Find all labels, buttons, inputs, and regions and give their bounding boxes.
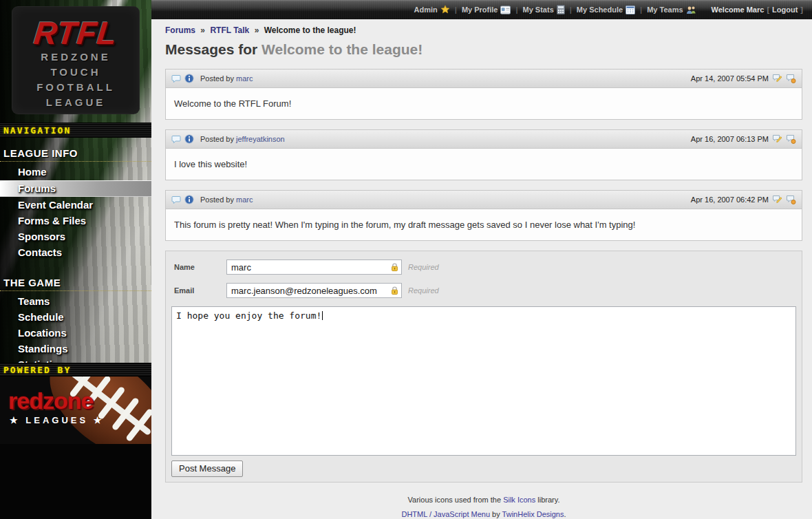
required-hint: Required — [408, 263, 439, 271]
author-link[interactable]: jeffreyatkinson — [236, 135, 285, 143]
sidebar-item-schedule[interactable]: Schedule — [0, 310, 151, 325]
topbar: Admin | My Profile | My Stats | My Sched… — [151, 0, 812, 19]
info-icon — [184, 134, 194, 144]
topbar-separator: | — [640, 6, 642, 14]
calculator-icon — [557, 5, 565, 14]
dhtml-menu-link[interactable]: DHTML / JavaScript Menu — [401, 510, 490, 518]
calendar-icon — [626, 5, 635, 14]
email-label: Email — [171, 286, 226, 295]
posted-by-label: Posted by — [200, 74, 234, 83]
footer-text: library. — [535, 496, 559, 504]
comment-icon — [171, 195, 181, 204]
forum-post: Posted by marc Apr 14, 2007 05:54 PM Wel… — [165, 69, 802, 120]
delete-comment-icon[interactable] — [786, 74, 796, 83]
comment-icon — [171, 135, 181, 144]
sidebar-nav: LEAGUE INFO Home Forums Event Calendar F… — [0, 138, 151, 372]
posted-by: Posted by marc — [200, 195, 253, 204]
topbar-separator: | — [455, 6, 457, 14]
page-title: Messages for Welcome to the league! — [165, 41, 802, 58]
logout-link[interactable]: Logout — [772, 6, 798, 14]
delete-comment-icon[interactable] — [786, 134, 796, 144]
edit-comment-icon[interactable] — [772, 134, 782, 144]
page-title-prefix: Messages for — [165, 41, 257, 57]
post-body: I love this website! — [165, 149, 802, 180]
leagues-wordmark: ★ LEAGUES ★ — [10, 415, 104, 425]
post-form: Name Required Email Required I hope you … — [165, 251, 802, 483]
main-content: Forums » RTFL Talk » Welcome to the leag… — [151, 19, 812, 519]
name-input[interactable] — [226, 260, 402, 275]
footer-text: . — [564, 510, 566, 518]
message-textarea[interactable]: I hope you enjoy the forum! — [171, 306, 796, 456]
sidebar-item-contacts[interactable]: Contacts — [0, 245, 151, 260]
delete-comment-icon[interactable] — [786, 195, 796, 204]
twinhelix-link[interactable]: TwinHelix Designs — [502, 510, 564, 518]
footer: Various icons used from the Silk Icons l… — [165, 496, 802, 518]
sidebar-item-home[interactable]: Home — [0, 165, 151, 180]
post-message-button[interactable]: Post Message — [171, 460, 243, 477]
name-label: Name — [171, 263, 226, 271]
logout-bracket: [ — [767, 6, 769, 14]
text-caret — [322, 311, 323, 320]
post-header: Posted by jeffreyatkinson Apr 16, 2007 0… — [165, 129, 802, 149]
email-input-wrap — [226, 283, 402, 298]
topbar-my-stats[interactable]: My Stats — [523, 5, 565, 14]
edit-comment-icon[interactable] — [772, 195, 782, 204]
section-header-league-info: LEAGUE INFO — [0, 147, 151, 162]
redzone-leagues-logo: redzone ★ LEAGUES ★ — [0, 377, 151, 444]
topbar-admin-label: Admin — [414, 6, 438, 14]
rtfl-logo-line: REDZONE — [12, 50, 139, 65]
rtfl-logo-acronym: RTFL — [10, 17, 140, 50]
topbar-my-teams[interactable]: My Teams — [647, 6, 696, 14]
footer-text: Various icons used from the — [408, 496, 504, 504]
lock-icon — [390, 262, 399, 272]
info-icon — [184, 195, 194, 204]
required-hint: Required — [408, 286, 439, 295]
post-date: Apr 14, 2007 05:54 PM — [691, 74, 769, 83]
vcard-icon — [500, 6, 511, 14]
sidebar-item-locations[interactable]: Locations — [0, 326, 151, 341]
sidebar-item-event-calendar[interactable]: Event Calendar — [0, 198, 151, 213]
author-link[interactable]: marc — [236, 195, 253, 204]
silk-icons-link[interactable]: Silk Icons — [503, 496, 535, 504]
rtfl-logo-line: FOOTBALL — [12, 80, 139, 95]
rtfl-logo: RTFL REDZONE TOUCH FOOTBALL LEAGUE — [12, 7, 139, 114]
forum-post: Posted by jeffreyatkinson Apr 16, 2007 0… — [165, 129, 802, 180]
breadcrumb-link-forums[interactable]: Forums — [165, 25, 195, 35]
sidebar-item-sponsors[interactable]: Sponsors — [0, 229, 151, 244]
footer-text: by — [490, 510, 502, 518]
sidebar-item-teams[interactable]: Teams — [0, 294, 151, 309]
topbar-separator: | — [570, 6, 572, 14]
sidebar-item-forms-files[interactable]: Forms & Files — [0, 213, 151, 229]
topbar-my-schedule[interactable]: My Schedule — [577, 5, 635, 14]
topbar-my-stats-label: My Stats — [523, 6, 554, 14]
name-input-wrap — [226, 260, 402, 275]
forum-post: Posted by marc Apr 16, 2007 06:42 PM Thi… — [165, 190, 802, 241]
page-title-topic: Welcome to the league! — [261, 41, 423, 57]
topbar-admin[interactable]: Admin — [414, 5, 450, 14]
topbar-separator: | — [515, 6, 517, 14]
sidebar-item-forums[interactable]: Forums — [0, 180, 151, 197]
post-date: Apr 16, 2007 06:42 PM — [691, 195, 769, 204]
logout-bracket: ] — [800, 6, 803, 14]
post-header: Posted by marc Apr 16, 2007 06:42 PM — [165, 190, 802, 209]
breadcrumb-link-rtfl-talk[interactable]: RTFL Talk — [210, 25, 249, 35]
message-draft-text: I hope you enjoy the forum! — [176, 310, 321, 321]
name-row: Name Required — [171, 260, 796, 275]
page: RTFL REDZONE TOUCH FOOTBALL LEAGUE NAVIG… — [0, 0, 812, 519]
posted-by-label: Posted by — [200, 195, 234, 204]
rtfl-logo-line: LEAGUE — [12, 95, 139, 110]
navigation-ticker: NAVIGATION — [0, 123, 151, 138]
breadcrumb-separator: » — [200, 25, 205, 35]
footer-credit-icons: Various icons used from the Silk Icons l… — [165, 496, 802, 504]
email-input[interactable] — [226, 283, 402, 298]
author-link[interactable]: marc — [236, 74, 253, 83]
group-icon — [686, 6, 696, 14]
topbar-my-teams-label: My Teams — [647, 6, 683, 14]
redzone-wordmark: redzone — [8, 388, 93, 414]
email-row: Email Required — [171, 283, 796, 298]
post-header: Posted by marc Apr 14, 2007 05:54 PM — [165, 69, 802, 88]
edit-comment-icon[interactable] — [772, 74, 782, 83]
topbar-my-profile[interactable]: My Profile — [462, 6, 511, 14]
sidebar-item-standings[interactable]: Standings — [0, 341, 151, 357]
topbar-my-schedule-label: My Schedule — [577, 6, 623, 14]
